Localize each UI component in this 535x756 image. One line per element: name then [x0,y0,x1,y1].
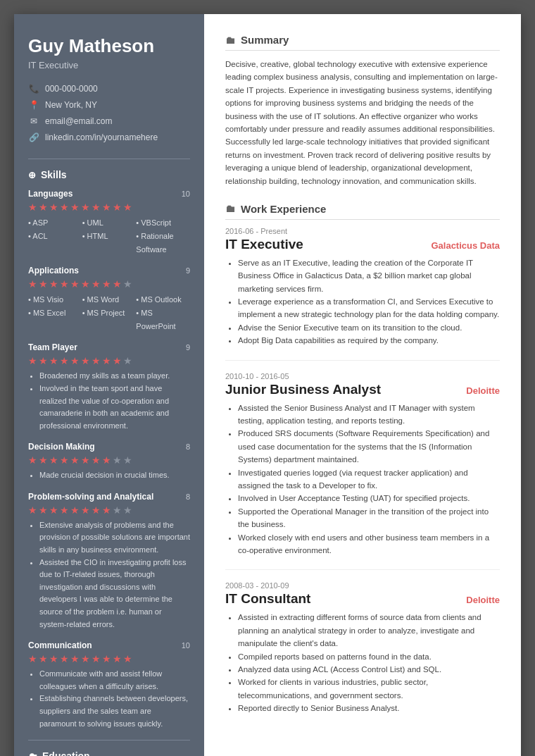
job-1-dates: 2016-06 - Present [225,227,500,235]
contact-linkedin: 🔗 linkedin.com/in/yournamehere [28,132,190,143]
job-1-bullets: Serve as an IT Executive, leading the cr… [225,256,500,347]
phone-icon: 📞 [28,83,39,94]
skill-applications: Applications 9 ★★★★★★★★★★ MS Visio MS Wo… [28,266,190,333]
candidate-name: Guy Matheson [28,35,190,57]
skill-communication: Communication 10 ★★★★★★★★★★ Communicate … [28,640,190,730]
job-3-company: Deloitte [466,595,500,605]
skill-languages: Languages 10 ★★★★★★★★★★ ASP UML VBScript… [28,189,190,256]
job-2-bullets: Assisted the Senior Business Analyst and… [225,402,500,557]
work-experience-section: 🖿 Work Experience 2016-06 - Present IT E… [225,203,500,715]
education-icon: 🖿 [28,751,37,756]
summary-section-title: 🖿 Summary [225,34,500,51]
job-separator-1 [225,360,500,361]
skill-decision-making: Decision Making 8 ★★★★★★★★★★ Made crucia… [28,442,190,482]
job-2-title-row: Junior Business Analyst Deloitte [225,382,500,397]
work-icon: 🖿 [225,203,235,214]
education-section-title: 🖿 Education [28,750,190,756]
stars-problem-solving: ★★★★★★★★★★ [28,504,190,516]
work-section-title: 🖿 Work Experience [225,203,500,220]
communication-bullets: Communicate with and assist fellow colle… [28,668,190,730]
skills-section-title: ⊕ Skills [28,169,190,180]
job-2-title: Junior Business Analyst [225,382,381,397]
skill-problem-solving: Problem-solving and Analytical 8 ★★★★★★★… [28,492,190,631]
job-1: 2016-06 - Present IT Executive Galacticu… [225,227,500,347]
contact-phone: 📞 000-000-0000 [28,83,190,94]
stars-applications: ★★★★★★★★★★ [28,278,190,290]
stars-languages: ★★★★★★★★★★ [28,202,190,213]
candidate-title: IT Executive [28,60,190,70]
skills-icon: ⊕ [28,170,36,180]
job-3-bullets: Assisted in extracting different forms o… [225,611,500,714]
summary-text: Decisive, creative, global technology ex… [225,58,500,187]
problem-solving-bullets: Extensive analysis of problems and the p… [28,519,190,631]
team-player-bullets: Broadened my skills as a team player. In… [28,370,190,432]
job-2-dates: 2010-10 - 2016-05 [225,372,500,380]
languages-grid: ASP UML VBScript ACL HTML Rationale Soft… [28,216,190,256]
skill-team-player: Team Player 9 ★★★★★★★★★★ Broadened my sk… [28,342,190,432]
job-1-title: IT Executive [225,237,303,252]
job-3: 2008-03 - 2010-09 IT Consultant Deloitte… [225,581,500,714]
job-separator-2 [225,569,500,570]
stars-decision-making: ★★★★★★★★★★ [28,454,190,466]
resume-container: Guy Matheson IT Executive 📞 000-000-0000… [14,14,521,756]
applications-grid: MS Visio MS Word MS Outlook MS Excel MS … [28,293,190,333]
sidebar-divider-2 [28,740,190,740]
contact-location: 📍 New York, NY [28,99,190,111]
job-2: 2010-10 - 2016-05 Junior Business Analys… [225,372,500,557]
job-3-title-row: IT Consultant Deloitte [225,591,500,607]
job-1-title-row: IT Executive Galacticus Data [225,237,500,252]
contact-list: 📞 000-000-0000 📍 New York, NY ✉ email@em… [28,83,190,143]
sidebar-divider-1 [28,159,190,159]
job-3-title: IT Consultant [225,591,310,607]
job-3-dates: 2008-03 - 2010-09 [225,581,500,590]
stars-team-player: ★★★★★★★★★★ [28,355,190,366]
location-icon: 📍 [28,99,39,111]
contact-email: ✉ email@email.com [28,116,190,127]
linkedin-icon: 🔗 [28,132,39,143]
summary-icon: 🖿 [225,35,235,46]
job-1-company: Galacticus Data [431,240,500,251]
job-2-company: Deloitte [466,385,500,396]
stars-communication: ★★★★★★★★★★ [28,653,190,664]
email-icon: ✉ [28,116,39,127]
main-content: 🖿 Summary Decisive, creative, global tec… [204,14,521,756]
sidebar: Guy Matheson IT Executive 📞 000-000-0000… [14,14,204,756]
summary-section: 🖿 Summary Decisive, creative, global tec… [225,34,500,187]
decision-making-bullets: Made crucial decision in crucial times. [28,469,190,482]
